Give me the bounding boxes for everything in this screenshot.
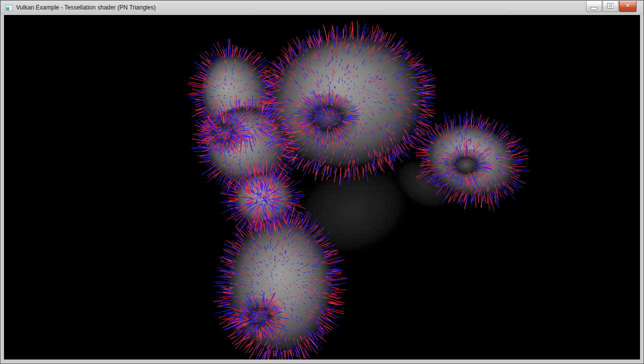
- minimize-button[interactable]: [586, 1, 602, 12]
- titlebar[interactable]: Vulkan Example - Tessellation shader (PN…: [0, 0, 644, 15]
- maximize-button[interactable]: [602, 1, 618, 12]
- render-viewport[interactable]: [4, 15, 640, 360]
- app-icon: [5, 4, 13, 12]
- app-window: Vulkan Example - Tessellation shader (PN…: [0, 0, 644, 364]
- maximize-icon: [608, 4, 614, 8]
- close-button[interactable]: ✕: [619, 1, 636, 12]
- window-title: Vulkan Example - Tessellation shader (PN…: [16, 0, 156, 15]
- window-controls: ✕: [586, 1, 636, 12]
- close-icon: ✕: [620, 2, 636, 9]
- render-client-area: [4, 15, 640, 360]
- minimize-icon: [590, 7, 598, 10]
